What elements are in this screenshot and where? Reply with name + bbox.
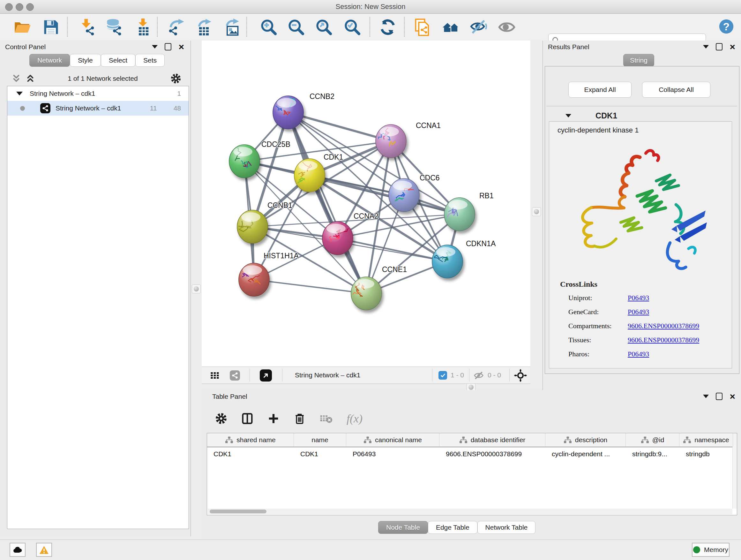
collapse-all-networks-icon[interactable] [11, 74, 21, 83]
tab-node-table[interactable]: Node Table [378, 521, 428, 534]
table-vertical-scrollbar[interactable] [732, 447, 737, 509]
left-splitter-grip[interactable] [192, 285, 201, 294]
tab-string[interactable]: String [623, 54, 654, 67]
crosslink-link[interactable]: P06493 [628, 294, 649, 302]
results-panel-close-icon[interactable]: × [730, 44, 735, 50]
save-session-icon[interactable] [42, 18, 60, 36]
show-columns-icon[interactable] [241, 413, 253, 425]
crosslink-link[interactable]: P06493 [628, 308, 649, 316]
tab-network-table[interactable]: Network Table [477, 521, 536, 534]
hide-selected-icon[interactable] [470, 18, 488, 36]
birds-eye-view-icon[interactable] [260, 369, 272, 381]
network-node-CDC25B[interactable] [229, 145, 260, 178]
refresh-view-icon[interactable] [379, 18, 397, 36]
table-panel-float-icon[interactable] [716, 393, 723, 400]
table-options-gear-icon[interactable] [215, 413, 227, 425]
export-image-icon[interactable] [223, 18, 241, 36]
column-header-description[interactable]: description [545, 433, 626, 447]
network-node-CDC6[interactable] [389, 179, 419, 212]
network-node-CCNE1[interactable] [349, 277, 382, 310]
cloud-status-button[interactable] [10, 543, 25, 557]
right-splitter-grip[interactable] [532, 207, 541, 216]
import-table-file-icon[interactable] [134, 18, 152, 36]
import-network-database-icon[interactable] [105, 18, 123, 36]
table-cell[interactable]: cyclin-dependent ... [545, 447, 626, 461]
tab-edge-table[interactable]: Edge Table [428, 521, 477, 534]
export-network-icon[interactable] [167, 18, 185, 36]
table-panel-close-icon[interactable]: × [730, 393, 735, 400]
left-splitter[interactable] [191, 41, 202, 537]
add-column-icon[interactable] [267, 413, 280, 425]
network-edge-HIST1H1A-CCNE1[interactable] [254, 280, 366, 294]
network-node-CCNB2[interactable] [273, 96, 304, 129]
column-header--id[interactable]: @id [626, 433, 679, 447]
network-edge-CCNA2-CDKN1A[interactable] [338, 238, 448, 261]
column-header-namespace[interactable]: namespace [679, 433, 733, 447]
function-builder-icon[interactable]: f(x) [347, 412, 362, 425]
show-hide-panels-icon[interactable] [442, 18, 460, 36]
crosslink-link[interactable]: 9606.ENSP00000378699 [628, 336, 699, 344]
hidden-eye-slash-icon[interactable] [474, 370, 484, 381]
network-node-CDK1[interactable] [294, 159, 325, 192]
control-panel-menu-icon[interactable] [152, 45, 158, 49]
node-table[interactable]: shared namenamecanonical namedatabase id… [207, 433, 737, 515]
pan-crosshair-icon[interactable] [514, 369, 527, 382]
network-node-HIST1H1A[interactable] [239, 263, 269, 296]
expand-all-networks-icon[interactable] [25, 74, 35, 83]
zoom-fit-icon[interactable] [315, 18, 333, 36]
delete-column-icon[interactable] [293, 413, 306, 425]
warning-status-button[interactable] [36, 543, 52, 557]
network-node-CCNA1[interactable] [376, 125, 406, 158]
clone-network-icon[interactable] [413, 18, 431, 36]
crosslink-link[interactable]: P06493 [628, 350, 649, 358]
network-row-selected[interactable]: String Network – cdk1 11 48 [7, 101, 189, 116]
tab-sets[interactable]: Sets [135, 54, 165, 67]
network-graph[interactable]: CCNB2CCNA1CDC25BCDK1CDC6RB1CCNB1CCNA2CDK… [202, 41, 530, 367]
results-panel-menu-icon[interactable] [703, 45, 709, 49]
tab-style[interactable]: Style [70, 54, 101, 67]
network-options-gear-icon[interactable] [171, 73, 181, 84]
grid-view-icon[interactable] [210, 371, 219, 380]
network-collection-row[interactable]: String Network – cdk1 1 [7, 86, 189, 101]
table-cell[interactable]: 9606.ENSP00000378699 [440, 447, 545, 461]
expand-all-button[interactable]: Expand All [568, 82, 631, 98]
table-cell[interactable]: P06493 [346, 447, 440, 461]
table-horizontal-scrollbar[interactable] [208, 509, 732, 514]
export-table-icon[interactable] [195, 18, 213, 36]
table-cell[interactable]: CDK1 [294, 447, 346, 461]
zoom-selected-icon[interactable] [343, 18, 361, 36]
h-scrollbar-thumb[interactable] [210, 509, 266, 513]
network-node-CCNB1[interactable] [236, 210, 268, 243]
crosslink-link[interactable]: 9606.ENSP00000378699 [628, 322, 699, 330]
table-row[interactable]: CDK1CDK1P064939606.ENSP00000378699cyclin… [207, 447, 737, 461]
collection-expander-icon[interactable] [16, 91, 23, 96]
delete-table-icon[interactable] [320, 413, 333, 424]
table-panel-menu-icon[interactable] [703, 395, 709, 398]
table-cell[interactable]: stringdb:9... [626, 447, 679, 461]
selected-checkbox-icon[interactable] [439, 371, 447, 380]
import-network-file-icon[interactable] [78, 18, 96, 36]
network-badge-icon[interactable] [230, 370, 240, 381]
bottom-splitter[interactable] [202, 384, 530, 390]
column-header-database-identifier[interactable]: database identifier [440, 433, 545, 447]
tab-network[interactable]: Network [29, 54, 70, 67]
results-panel-float-icon[interactable] [716, 43, 723, 51]
network-node-CDKN1A[interactable] [432, 245, 463, 278]
network-canvas[interactable]: CCNB2CCNA1CDC25BCDK1CDC6RB1CCNB1CCNA2CDK… [202, 41, 530, 367]
zoom-out-icon[interactable] [287, 18, 305, 36]
column-header-canonical-name[interactable]: canonical name [346, 433, 440, 447]
control-panel-float-icon[interactable] [165, 43, 172, 51]
right-splitter[interactable] [530, 41, 542, 390]
collapse-all-button[interactable]: Collapse All [642, 82, 711, 98]
help-icon[interactable]: ? [719, 19, 734, 34]
control-panel-close-icon[interactable]: × [179, 44, 184, 50]
table-cell[interactable]: stringdb [679, 447, 733, 461]
table-cell[interactable]: CDK1 [207, 447, 294, 461]
preview-eye-icon[interactable] [498, 18, 516, 36]
memory-button[interactable]: Memory [692, 543, 730, 557]
column-header-name[interactable]: name [294, 433, 346, 447]
open-session-icon[interactable] [13, 18, 31, 36]
network-node-CCNA2[interactable] [322, 222, 353, 255]
network-node-RB1[interactable] [444, 198, 475, 231]
column-header-shared-name[interactable]: shared name [207, 433, 294, 447]
